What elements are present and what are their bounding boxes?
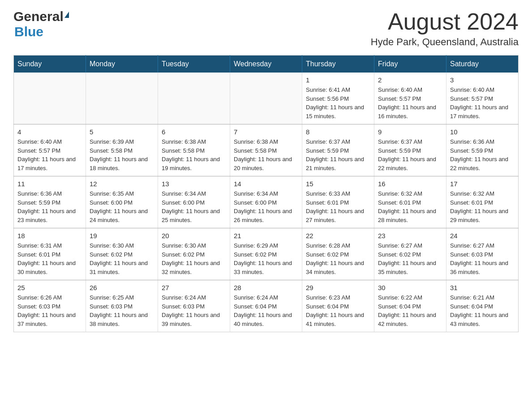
day-number: 24 [450, 232, 515, 240]
calendar-day-cell: 29Sunrise: 6:23 AM Sunset: 6:04 PM Dayli… [302, 280, 374, 332]
calendar-day-cell: 25Sunrise: 6:26 AM Sunset: 6:03 PM Dayli… [14, 280, 86, 332]
calendar-day-cell: 1Sunrise: 6:41 AM Sunset: 5:56 PM Daylig… [302, 73, 374, 124]
day-number: 13 [162, 180, 226, 188]
calendar-table: SundayMondayTuesdayWednesdayThursdayFrid… [13, 55, 519, 332]
calendar-day-header: Monday [86, 56, 158, 73]
calendar-day-cell: 30Sunrise: 6:22 AM Sunset: 6:04 PM Dayli… [374, 280, 446, 332]
location-text: Hyde Park, Queensland, Australia [371, 36, 519, 48]
calendar-day-cell [14, 73, 86, 124]
day-number: 31 [450, 284, 515, 291]
day-number: 1 [306, 76, 370, 84]
calendar-day-cell: 23Sunrise: 6:27 AM Sunset: 6:02 PM Dayli… [374, 228, 446, 280]
day-number: 7 [234, 128, 298, 136]
day-info: Sunrise: 6:24 AM Sunset: 6:03 PM Dayligh… [162, 293, 226, 328]
logo-arrow-icon [64, 12, 69, 18]
calendar-day-cell: 12Sunrise: 6:35 AM Sunset: 6:00 PM Dayli… [86, 176, 158, 228]
day-info: Sunrise: 6:36 AM Sunset: 5:59 PM Dayligh… [450, 137, 515, 172]
day-number: 11 [17, 180, 82, 188]
day-info: Sunrise: 6:40 AM Sunset: 5:57 PM Dayligh… [17, 137, 82, 172]
calendar-day-cell: 27Sunrise: 6:24 AM Sunset: 6:03 PM Dayli… [158, 280, 230, 332]
day-number: 21 [234, 232, 298, 240]
calendar-day-cell: 6Sunrise: 6:38 AM Sunset: 5:58 PM Daylig… [158, 124, 230, 176]
day-info: Sunrise: 6:32 AM Sunset: 6:01 PM Dayligh… [450, 189, 515, 224]
calendar-day-cell: 5Sunrise: 6:39 AM Sunset: 5:58 PM Daylig… [86, 124, 158, 176]
day-number: 23 [378, 232, 442, 240]
calendar-week-row: 11Sunrise: 6:36 AM Sunset: 5:59 PM Dayli… [14, 176, 519, 228]
calendar-day-cell: 18Sunrise: 6:31 AM Sunset: 6:01 PM Dayli… [14, 228, 86, 280]
calendar-week-row: 1Sunrise: 6:41 AM Sunset: 5:56 PM Daylig… [14, 73, 519, 124]
calendar-day-cell: 24Sunrise: 6:27 AM Sunset: 6:03 PM Dayli… [446, 228, 519, 280]
day-number: 27 [162, 284, 226, 291]
day-info: Sunrise: 6:35 AM Sunset: 6:00 PM Dayligh… [90, 189, 154, 224]
day-number: 16 [378, 180, 442, 188]
calendar-day-cell: 10Sunrise: 6:36 AM Sunset: 5:59 PM Dayli… [446, 124, 519, 176]
day-number: 30 [378, 284, 442, 291]
calendar-day-header: Friday [374, 56, 446, 73]
calendar-day-cell: 8Sunrise: 6:37 AM Sunset: 5:59 PM Daylig… [302, 124, 374, 176]
calendar-day-header: Thursday [302, 56, 374, 73]
page-header: General Blue August 2024 Hyde Park, Quee… [13, 9, 519, 48]
calendar-day-cell: 3Sunrise: 6:40 AM Sunset: 5:57 PM Daylig… [446, 73, 519, 124]
day-info: Sunrise: 6:37 AM Sunset: 5:59 PM Dayligh… [306, 137, 370, 172]
logo-blue-text: Blue [14, 24, 69, 39]
day-number: 12 [90, 180, 154, 188]
day-number: 25 [17, 284, 82, 291]
day-number: 9 [378, 128, 442, 136]
calendar-day-cell: 14Sunrise: 6:34 AM Sunset: 6:00 PM Dayli… [230, 176, 302, 228]
calendar-day-cell: 9Sunrise: 6:37 AM Sunset: 5:59 PM Daylig… [374, 124, 446, 176]
day-info: Sunrise: 6:30 AM Sunset: 6:02 PM Dayligh… [90, 241, 154, 276]
day-info: Sunrise: 6:28 AM Sunset: 6:02 PM Dayligh… [306, 241, 370, 276]
day-info: Sunrise: 6:23 AM Sunset: 6:04 PM Dayligh… [306, 293, 370, 328]
day-info: Sunrise: 6:36 AM Sunset: 5:59 PM Dayligh… [17, 189, 82, 224]
day-info: Sunrise: 6:37 AM Sunset: 5:59 PM Dayligh… [378, 137, 442, 172]
day-info: Sunrise: 6:34 AM Sunset: 6:00 PM Dayligh… [234, 189, 298, 224]
day-number: 8 [306, 128, 370, 136]
calendar-day-cell: 11Sunrise: 6:36 AM Sunset: 5:59 PM Dayli… [14, 176, 86, 228]
calendar-day-cell [158, 73, 230, 124]
day-info: Sunrise: 6:22 AM Sunset: 6:04 PM Dayligh… [378, 293, 442, 328]
calendar-week-row: 4Sunrise: 6:40 AM Sunset: 5:57 PM Daylig… [14, 124, 519, 176]
day-info: Sunrise: 6:21 AM Sunset: 6:04 PM Dayligh… [450, 293, 515, 328]
calendar-day-cell: 15Sunrise: 6:33 AM Sunset: 6:01 PM Dayli… [302, 176, 374, 228]
calendar-day-cell: 21Sunrise: 6:29 AM Sunset: 6:02 PM Dayli… [230, 228, 302, 280]
month-title: August 2024 [371, 9, 519, 34]
day-number: 18 [17, 232, 82, 240]
calendar-day-cell: 31Sunrise: 6:21 AM Sunset: 6:04 PM Dayli… [446, 280, 519, 332]
calendar-day-cell [86, 73, 158, 124]
day-number: 20 [162, 232, 226, 240]
day-info: Sunrise: 6:40 AM Sunset: 5:57 PM Dayligh… [450, 86, 515, 120]
calendar-day-cell: 28Sunrise: 6:24 AM Sunset: 6:04 PM Dayli… [230, 280, 302, 332]
day-info: Sunrise: 6:25 AM Sunset: 6:03 PM Dayligh… [90, 293, 154, 328]
calendar-day-cell: 4Sunrise: 6:40 AM Sunset: 5:57 PM Daylig… [14, 124, 86, 176]
day-number: 10 [450, 128, 515, 136]
calendar-day-header: Wednesday [230, 56, 302, 73]
day-number: 2 [378, 76, 442, 84]
calendar-day-cell: 16Sunrise: 6:32 AM Sunset: 6:01 PM Dayli… [374, 176, 446, 228]
day-number: 14 [234, 180, 298, 188]
day-info: Sunrise: 6:33 AM Sunset: 6:01 PM Dayligh… [306, 189, 370, 224]
calendar-day-cell: 19Sunrise: 6:30 AM Sunset: 6:02 PM Dayli… [86, 228, 158, 280]
day-number: 15 [306, 180, 370, 188]
calendar-week-row: 25Sunrise: 6:26 AM Sunset: 6:03 PM Dayli… [14, 280, 519, 332]
day-info: Sunrise: 6:34 AM Sunset: 6:00 PM Dayligh… [162, 189, 226, 224]
calendar-day-cell: 17Sunrise: 6:32 AM Sunset: 6:01 PM Dayli… [446, 176, 519, 228]
calendar-day-cell: 22Sunrise: 6:28 AM Sunset: 6:02 PM Dayli… [302, 228, 374, 280]
day-number: 5 [90, 128, 154, 136]
calendar-day-cell: 20Sunrise: 6:30 AM Sunset: 6:02 PM Dayli… [158, 228, 230, 280]
title-section: August 2024 Hyde Park, Queensland, Austr… [371, 9, 519, 48]
day-info: Sunrise: 6:41 AM Sunset: 5:56 PM Dayligh… [306, 86, 370, 120]
calendar-day-header: Saturday [446, 56, 519, 73]
day-info: Sunrise: 6:31 AM Sunset: 6:01 PM Dayligh… [17, 241, 82, 276]
day-info: Sunrise: 6:40 AM Sunset: 5:57 PM Dayligh… [378, 86, 442, 120]
calendar-day-cell: 13Sunrise: 6:34 AM Sunset: 6:00 PM Dayli… [158, 176, 230, 228]
day-info: Sunrise: 6:38 AM Sunset: 5:58 PM Dayligh… [234, 137, 298, 172]
calendar-day-cell: 26Sunrise: 6:25 AM Sunset: 6:03 PM Dayli… [86, 280, 158, 332]
day-number: 29 [306, 284, 370, 291]
calendar-header-row: SundayMondayTuesdayWednesdayThursdayFrid… [14, 56, 519, 73]
day-number: 3 [450, 76, 515, 84]
day-number: 28 [234, 284, 298, 291]
day-info: Sunrise: 6:26 AM Sunset: 6:03 PM Dayligh… [17, 293, 82, 328]
day-info: Sunrise: 6:30 AM Sunset: 6:02 PM Dayligh… [162, 241, 226, 276]
calendar-week-row: 18Sunrise: 6:31 AM Sunset: 6:01 PM Dayli… [14, 228, 519, 280]
day-number: 4 [17, 128, 82, 136]
